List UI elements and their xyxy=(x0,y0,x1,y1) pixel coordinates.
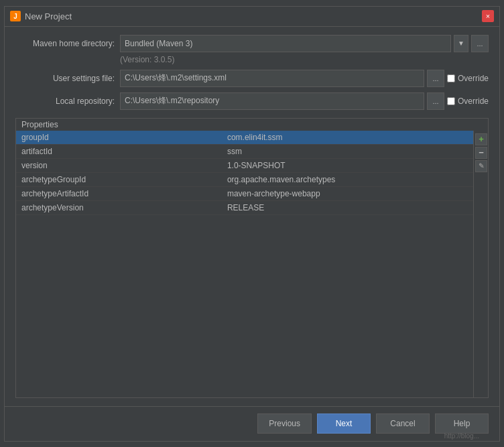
local-repo-value: C:\Users\烽\.m2\repository xyxy=(120,92,424,110)
previous-button[interactable]: Previous xyxy=(257,413,312,434)
maven-home-value: Bundled (Maven 3) xyxy=(120,35,451,52)
property-value: org.apache.maven.archetypes xyxy=(222,172,473,186)
title-bar: J New Project × xyxy=(5,7,499,27)
local-repo-input-group: C:\Users\烽\.m2\repository ... Override xyxy=(120,92,489,110)
local-repo-label: Local repository: xyxy=(15,97,115,106)
user-settings-row: User settings file: C:\Users\烽\.m2\setti… xyxy=(15,70,489,87)
maven-browse-button[interactable]: ... xyxy=(471,35,489,52)
table-row[interactable]: archetypeArtifactIdmaven-archetype-webap… xyxy=(16,186,473,200)
new-project-dialog: J New Project × Maven home directory: Bu… xyxy=(4,6,500,442)
property-key: archetypeGroupId xyxy=(16,172,222,186)
table-row[interactable]: version1.0-SNAPSHOT xyxy=(16,158,473,172)
user-settings-override-group: Override xyxy=(447,74,489,83)
maven-dropdown-button[interactable]: ▼ xyxy=(454,35,468,52)
property-value: RELEASE xyxy=(222,200,473,214)
dialog-content: Maven home directory: Bundled (Maven 3) … xyxy=(5,27,499,406)
next-button[interactable]: Next xyxy=(317,413,371,434)
local-repo-override-label: Override xyxy=(458,97,489,106)
property-key: version xyxy=(16,158,222,172)
property-value: 1.0-SNAPSHOT xyxy=(222,158,473,172)
help-button[interactable]: Help xyxy=(435,413,489,434)
maven-home-label: Maven home directory: xyxy=(15,39,115,48)
local-repo-override-group: Override xyxy=(447,97,489,106)
user-settings-override-checkbox[interactable] xyxy=(447,74,455,82)
local-repo-override-checkbox[interactable] xyxy=(447,97,455,105)
user-settings-browse-button[interactable]: ... xyxy=(427,70,444,87)
property-key: archetypeArtifactId xyxy=(16,186,222,200)
user-settings-value: C:\Users\烽\.m2\settings.xml xyxy=(120,70,424,87)
property-value: maven-archetype-webapp xyxy=(222,186,473,200)
properties-actions: + − ✎ xyxy=(473,131,488,397)
property-key: archetypeVersion xyxy=(16,200,222,214)
properties-title: Properties xyxy=(16,119,488,131)
table-row[interactable]: artifactIdssm xyxy=(16,144,473,158)
watermark: http://blog... xyxy=(444,432,479,440)
properties-group: Properties groupIdcom.elin4it.ssmartifac… xyxy=(15,118,489,398)
remove-property-button[interactable]: − xyxy=(475,147,487,159)
property-key: artifactId xyxy=(16,144,222,158)
edit-property-button[interactable]: ✎ xyxy=(475,160,487,172)
user-settings-override-label: Override xyxy=(458,74,489,83)
version-text: (Version: 3.0.5) xyxy=(15,55,489,64)
cancel-button[interactable]: Cancel xyxy=(376,413,430,434)
properties-content: groupIdcom.elin4it.ssmartifactIdssmversi… xyxy=(16,131,488,397)
close-button[interactable]: × xyxy=(482,10,494,22)
property-value: ssm xyxy=(222,144,473,158)
app-icon: J xyxy=(10,11,21,21)
property-value: com.elin4it.ssm xyxy=(222,131,473,145)
table-row[interactable]: groupIdcom.elin4it.ssm xyxy=(16,131,473,145)
maven-home-input-group: Bundled (Maven 3) ▼ ... xyxy=(120,35,489,52)
user-settings-label: User settings file: xyxy=(15,74,115,83)
dialog-title: New Project xyxy=(25,11,72,21)
local-repo-row: Local repository: C:\Users\烽\.m2\reposit… xyxy=(15,92,489,110)
properties-table: groupIdcom.elin4it.ssmartifactIdssmversi… xyxy=(16,131,473,397)
table-row[interactable]: archetypeGroupIdorg.apache.maven.archety… xyxy=(16,172,473,186)
table-row[interactable]: archetypeVersionRELEASE xyxy=(16,200,473,214)
user-settings-input-group: C:\Users\烽\.m2\settings.xml ... Override xyxy=(120,70,489,87)
title-bar-left: J New Project xyxy=(10,11,72,21)
maven-home-row: Maven home directory: Bundled (Maven 3) … xyxy=(15,35,489,52)
add-property-button[interactable]: + xyxy=(475,133,487,145)
property-key: groupId xyxy=(16,131,222,145)
local-repo-browse-button[interactable]: ... xyxy=(427,92,444,110)
dialog-footer: Previous Next Cancel Help xyxy=(5,406,499,441)
